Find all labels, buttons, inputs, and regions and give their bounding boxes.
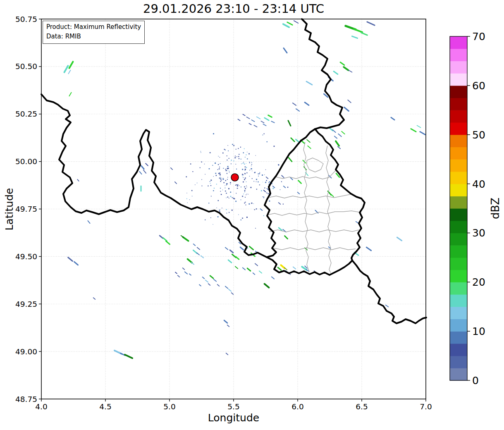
radar-echo xyxy=(68,258,73,261)
clutter-dot xyxy=(251,164,252,165)
clutter-dot xyxy=(212,165,213,166)
clutter-dot xyxy=(251,169,251,169)
radar-echo xyxy=(214,279,216,281)
radar-echo xyxy=(366,247,371,251)
radar-echo xyxy=(225,286,228,288)
colorbar-tick-label: 40 xyxy=(472,178,485,190)
clutter-dot xyxy=(244,179,245,180)
clutter-dot xyxy=(246,163,246,164)
radar-echo xyxy=(288,121,291,126)
clutter-dot xyxy=(244,191,245,192)
clutter-dot xyxy=(218,156,219,156)
x-tick-label: 4.5 xyxy=(99,402,111,411)
clutter-dot xyxy=(215,173,217,174)
clutter-dot xyxy=(265,182,266,183)
radar-echo xyxy=(189,274,191,275)
radar-echo xyxy=(334,72,338,74)
clutter-dot xyxy=(229,171,230,172)
radar-echo xyxy=(289,158,292,161)
clutter-dot xyxy=(230,192,232,193)
colorbar-tick-label: 50 xyxy=(472,129,485,141)
clutter-dot xyxy=(245,197,246,198)
clutter-dot xyxy=(213,190,214,191)
clutter-dot xyxy=(225,180,226,181)
colorbar-segment xyxy=(450,122,467,135)
radar-echo xyxy=(228,260,232,263)
clutter-dot xyxy=(258,173,259,174)
colorbar-segment xyxy=(450,196,467,208)
clutter-dot xyxy=(230,182,231,183)
colorbar-segment xyxy=(450,147,467,159)
clutter-dot xyxy=(229,212,229,213)
clutter-dot xyxy=(226,193,227,194)
radar-echo xyxy=(199,284,201,286)
x-tick-label: 5.5 xyxy=(227,402,239,411)
radar-echo xyxy=(411,129,416,132)
radar-echo xyxy=(306,81,312,85)
x-axis-label: Longitude xyxy=(41,412,426,424)
clutter-dot xyxy=(213,224,213,225)
clutter-dot xyxy=(223,179,224,180)
radar-echo xyxy=(197,247,200,249)
clutter-dot xyxy=(246,194,247,194)
clutter-dot xyxy=(213,176,214,177)
clutter-dot xyxy=(238,156,239,157)
radar-echo xyxy=(175,272,177,273)
radar-echo xyxy=(287,22,292,25)
radar-echo xyxy=(69,70,71,74)
clutter-dot xyxy=(215,162,216,164)
radar-echo xyxy=(230,250,233,253)
radar-echo xyxy=(208,284,210,285)
colorbar-segment xyxy=(450,245,467,258)
radar-echo xyxy=(160,236,163,238)
radar-echo xyxy=(64,66,68,72)
clutter-dot xyxy=(210,217,211,218)
clutter-dot xyxy=(228,170,229,171)
radar-echo xyxy=(217,284,220,286)
radar-echo xyxy=(264,190,266,192)
clutter-dot xyxy=(241,186,241,187)
clutter-dot xyxy=(246,154,246,155)
clutter-dot xyxy=(190,163,191,165)
clutter-dot xyxy=(216,208,217,208)
radar-echo xyxy=(252,120,255,122)
clutter-dot xyxy=(223,168,224,169)
radar-echo xyxy=(238,119,240,120)
clutter-dot xyxy=(227,213,227,214)
y-tick-label: 49.50 xyxy=(15,252,37,261)
clutter-dot xyxy=(236,193,236,194)
clutter-dot xyxy=(272,188,274,189)
radar-echo xyxy=(193,244,196,246)
clutter-dot xyxy=(237,188,238,189)
clutter-dot xyxy=(222,208,222,209)
radar-echo xyxy=(263,124,266,126)
clutter-dot xyxy=(245,177,246,179)
clutter-dot xyxy=(224,149,225,150)
colorbar-tick-label: 70 xyxy=(472,31,485,43)
colorbar-segment xyxy=(450,270,467,282)
radar-echo xyxy=(305,266,307,268)
clutter-dot xyxy=(248,194,248,194)
colorbar-segment xyxy=(450,331,467,344)
clutter-dot xyxy=(249,162,250,163)
clutter-dot xyxy=(208,186,208,186)
clutter-dot xyxy=(245,170,246,171)
clutter-dot xyxy=(223,178,224,179)
clutter-dot xyxy=(252,178,253,179)
clutter-dot xyxy=(238,215,239,215)
colorbar-segment xyxy=(450,159,467,172)
clutter-dot xyxy=(254,209,255,210)
radar-echo xyxy=(354,29,363,32)
radar-echo xyxy=(342,131,345,134)
radar-echo xyxy=(273,186,275,188)
clutter-dot xyxy=(236,169,237,170)
clutter-dot xyxy=(241,159,241,160)
clutter-dot xyxy=(231,160,232,161)
clutter-dot xyxy=(230,196,232,197)
clutter-dot xyxy=(220,178,222,179)
clutter-dot xyxy=(228,168,229,169)
clutter-dot xyxy=(244,190,246,191)
clutter-dot xyxy=(274,146,275,147)
clutter-dot xyxy=(219,168,220,170)
y-tick-label: 49.25 xyxy=(15,300,37,308)
